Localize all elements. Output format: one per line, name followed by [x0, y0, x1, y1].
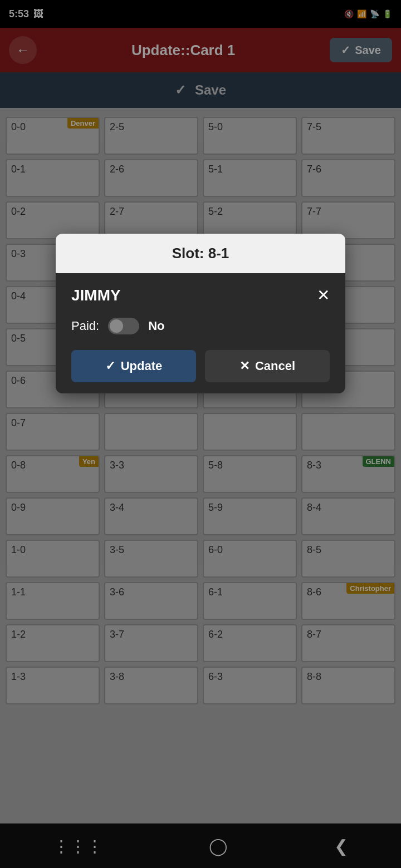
modal-name-row: JIMMY ✕	[71, 287, 330, 304]
modal-paid-label: Paid:	[71, 319, 99, 333]
modal-header: Slot: 8-1	[56, 234, 345, 273]
cancel-button[interactable]: ✕ Cancel	[205, 350, 330, 382]
update-button[interactable]: ✓ Update	[71, 350, 196, 382]
cancel-x-icon: ✕	[239, 359, 250, 373]
modal-overlay: Slot: 8-1 JIMMY ✕ Paid: No ✓ Update ✕	[0, 0, 401, 868]
paid-status: No	[148, 319, 164, 333]
update-label: Update	[121, 359, 163, 373]
modal-actions: ✓ Update ✕ Cancel	[71, 350, 330, 382]
slot-modal: Slot: 8-1 JIMMY ✕ Paid: No ✓ Update ✕	[56, 234, 345, 393]
update-checkmark-icon: ✓	[105, 359, 115, 373]
modal-paid-row: Paid: No	[71, 318, 330, 334]
modal-body: JIMMY ✕ Paid: No ✓ Update ✕ Cancel	[56, 273, 345, 393]
modal-close-button[interactable]: ✕	[317, 288, 330, 303]
paid-toggle[interactable]	[108, 318, 139, 334]
toggle-knob	[110, 319, 123, 333]
modal-title: Slot: 8-1	[172, 245, 229, 262]
modal-player-name: JIMMY	[71, 287, 121, 304]
cancel-label: Cancel	[255, 359, 295, 373]
